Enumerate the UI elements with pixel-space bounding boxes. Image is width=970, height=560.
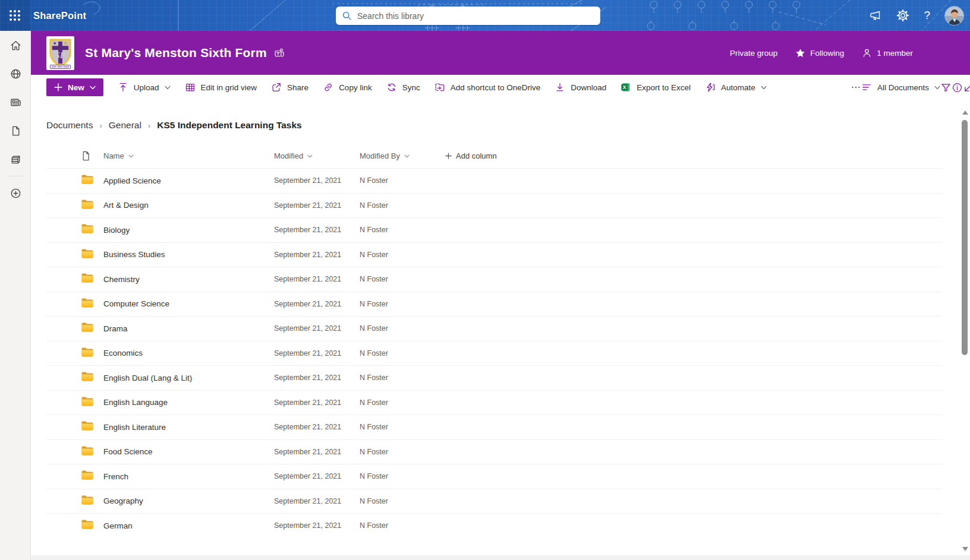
row-name[interactable]: English Dual (Lang & Lit): [103, 374, 274, 382]
announcements-button[interactable]: [869, 9, 882, 22]
table-row[interactable]: English Dual (Lang & Lit) September 21, …: [46, 365, 942, 390]
table-row[interactable]: Business Studies September 21, 2021 N Fo…: [46, 242, 942, 267]
settings-button[interactable]: [896, 9, 909, 22]
export-excel-button[interactable]: X Export to Excel: [621, 82, 691, 93]
row-icon-cell: [81, 470, 103, 482]
add-column-button[interactable]: Add column: [445, 151, 942, 160]
row-name[interactable]: Applied Science: [103, 176, 274, 185]
row-name[interactable]: Food Science: [103, 447, 274, 456]
copy-link-label: Copy link: [339, 83, 372, 92]
folder-icon: [81, 470, 93, 480]
add-shortcut-onedrive-button[interactable]: Add shortcut to OneDrive: [434, 82, 541, 93]
upload-button[interactable]: Upload: [118, 82, 171, 93]
edit-grid-view-button[interactable]: Edit in grid view: [185, 82, 257, 93]
filter-button[interactable]: [940, 82, 952, 93]
column-name[interactable]: Name: [103, 151, 274, 160]
row-icon-cell: [81, 520, 103, 531]
row-name[interactable]: Chemistry: [103, 275, 274, 284]
rail-lists-button[interactable]: [0, 145, 31, 173]
row-icon-cell: [81, 175, 103, 186]
site-title[interactable]: St Mary's Menston Sixth Form: [85, 46, 267, 60]
share-icon: [271, 82, 282, 93]
help-button[interactable]: ?: [924, 9, 930, 22]
row-name[interactable]: Art & Design: [103, 201, 274, 210]
table-row[interactable]: English Literature September 21, 2021 N …: [46, 415, 942, 439]
waffle-icon: [9, 10, 21, 21]
avatar-photo: [945, 7, 964, 26]
row-name[interactable]: English Language: [103, 398, 274, 407]
home-icon: [10, 39, 22, 52]
edge-action-button[interactable]: [963, 82, 970, 93]
new-button[interactable]: New: [46, 78, 103, 96]
table-row[interactable]: Food Science September 21, 2021 N Foster: [46, 439, 942, 464]
horizontal-scrollbar-track[interactable]: [31, 555, 970, 560]
row-icon-cell: [81, 249, 103, 261]
table-row[interactable]: French September 21, 2021 N Foster: [46, 464, 942, 489]
automate-icon: [705, 82, 716, 93]
rail-home-button[interactable]: [0, 31, 31, 59]
app-launcher-icon[interactable]: [0, 0, 30, 31]
row-name[interactable]: Geography: [103, 496, 274, 505]
database-icon: [10, 153, 22, 166]
table-row[interactable]: Applied Science September 21, 2021 N Fos…: [46, 168, 942, 193]
row-modified-by: N Foster: [360, 398, 445, 407]
row-name[interactable]: English Literature: [103, 423, 274, 432]
suite-bar: SharePoint ?: [0, 0, 970, 31]
table-row[interactable]: Art & Design September 21, 2021 N Foster: [46, 193, 942, 218]
scroll-thumb[interactable]: [962, 120, 968, 355]
following-button[interactable]: Following: [795, 48, 844, 58]
details-pane-button[interactable]: [952, 82, 963, 93]
row-modified: September 21, 2021: [274, 349, 360, 357]
breadcrumb-documents[interactable]: Documents: [46, 120, 93, 131]
automate-button[interactable]: Automate: [705, 82, 767, 93]
search-box[interactable]: [336, 7, 600, 25]
members-button[interactable]: 1 member: [862, 48, 913, 58]
rail-create-button[interactable]: [0, 179, 31, 207]
row-name[interactable]: Biology: [103, 226, 274, 235]
share-button[interactable]: Share: [271, 82, 308, 93]
row-name[interactable]: Business Studies: [103, 250, 274, 259]
table-row[interactable]: English Language September 21, 2021 N Fo…: [46, 390, 942, 415]
view-selector-button[interactable]: All Documents: [861, 82, 940, 93]
column-modified-by[interactable]: Modified By: [360, 151, 445, 160]
table-row[interactable]: Computer Science September 21, 2021 N Fo…: [46, 292, 942, 317]
row-modified-by: N Foster: [360, 448, 445, 456]
user-avatar[interactable]: [944, 6, 964, 26]
table-row[interactable]: German September 21, 2021 N Foster: [46, 513, 942, 538]
row-name[interactable]: German: [103, 521, 274, 530]
column-type[interactable]: [81, 151, 103, 161]
download-button[interactable]: Download: [555, 82, 606, 93]
plus-icon: [54, 83, 62, 91]
table-row[interactable]: Geography September 21, 2021 N Foster: [46, 489, 942, 514]
excel-icon: X: [621, 82, 631, 93]
row-name[interactable]: French: [103, 472, 274, 481]
rail-sites-button[interactable]: [0, 59, 31, 88]
table-row[interactable]: Drama September 21, 2021 N Foster: [46, 316, 942, 341]
rail-news-button[interactable]: [0, 88, 31, 116]
row-modified-by: N Foster: [360, 349, 445, 357]
table-row[interactable]: Biology September 21, 2021 N Foster: [46, 217, 942, 242]
search-input[interactable]: [357, 11, 594, 21]
copy-link-button[interactable]: Copy link: [323, 82, 372, 93]
row-modified-by: N Foster: [360, 324, 445, 333]
row-name[interactable]: Economics: [103, 349, 274, 357]
table-row[interactable]: Chemistry September 21, 2021 N Foster: [46, 267, 942, 292]
row-name[interactable]: Drama: [103, 324, 274, 333]
scroll-up-button[interactable]: [960, 108, 969, 117]
filter-icon: [940, 82, 952, 93]
row-name[interactable]: Computer Science: [103, 299, 274, 308]
breadcrumb-general[interactable]: General: [109, 120, 141, 131]
sharepoint-logo-text[interactable]: SharePoint: [33, 10, 86, 21]
school-crest: SR: [46, 36, 74, 70]
more-commands-button[interactable]: [851, 82, 861, 93]
column-modified[interactable]: Modified: [274, 151, 360, 160]
site-logo[interactable]: SR: [46, 36, 74, 70]
svg-text:SR: SR: [55, 50, 66, 60]
folder-icon: [81, 372, 93, 381]
table-row[interactable]: Economics September 21, 2021 N Foster: [46, 341, 942, 366]
rail-documents-button[interactable]: [0, 116, 31, 145]
sync-button[interactable]: Sync: [386, 82, 420, 93]
breadcrumb-separator: ›: [148, 121, 150, 130]
sync-label: Sync: [402, 83, 420, 92]
scroll-down-button[interactable]: [960, 545, 969, 553]
